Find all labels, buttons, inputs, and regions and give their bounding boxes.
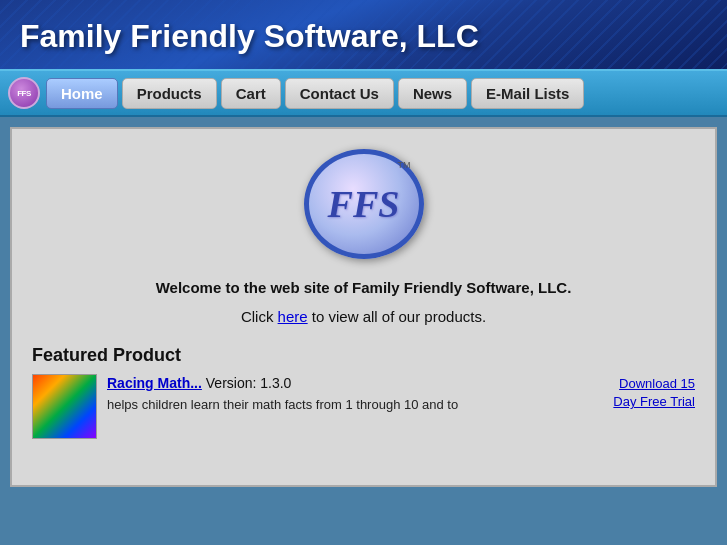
product-thumbnail <box>32 374 97 439</box>
ffs-oval-text: FFS <box>328 182 400 226</box>
featured-section: Featured Product Racing Math... Version:… <box>32 345 695 439</box>
featured-title: Featured Product <box>32 345 695 366</box>
tm-mark: TM <box>398 160 411 170</box>
site-title: Family Friendly Software, LLC <box>20 18 707 55</box>
nav-contact[interactable]: Contact Us <box>285 78 394 109</box>
nav-logo: FFS <box>8 77 40 109</box>
product-info: Racing Math... Version: 1.3.0 helps chil… <box>107 374 603 414</box>
featured-product-row: Racing Math... Version: 1.3.0 helps chil… <box>32 374 695 439</box>
click-suffix: to view all of our products. <box>308 308 486 325</box>
download-link[interactable]: Download 15 Day Free Trial <box>613 376 695 409</box>
logo-container: FFS TM <box>32 149 695 259</box>
product-name-link[interactable]: Racing Math... <box>107 375 202 391</box>
welcome-strong: Welcome to the web site of Family Friend… <box>156 279 572 296</box>
nav-email-lists[interactable]: E-Mail Lists <box>471 78 584 109</box>
nav-home[interactable]: Home <box>46 78 118 109</box>
nav-logo-text: FFS <box>17 89 31 98</box>
here-link[interactable]: here <box>278 308 308 325</box>
main-content: FFS TM Welcome to the web site of Family… <box>10 127 717 487</box>
nav-products[interactable]: Products <box>122 78 217 109</box>
click-prefix: Click <box>241 308 278 325</box>
product-desc: helps children learn their math facts fr… <box>107 396 603 414</box>
nav-news[interactable]: News <box>398 78 467 109</box>
welcome-text: Welcome to the web site of Family Friend… <box>32 279 695 296</box>
site-header: Family Friendly Software, LLC <box>0 0 727 69</box>
main-wrapper: FFS TM Welcome to the web site of Family… <box>0 117 727 497</box>
download-button-container: Download 15 Day Free Trial <box>613 374 695 410</box>
product-version: Version: 1.3.0 <box>202 375 292 391</box>
ffs-oval: FFS TM <box>304 149 424 259</box>
click-text: Click here to view all of our products. <box>32 308 695 325</box>
nav-cart[interactable]: Cart <box>221 78 281 109</box>
navigation-bar: FFS Home Products Cart Contact Us News E… <box>0 69 727 117</box>
